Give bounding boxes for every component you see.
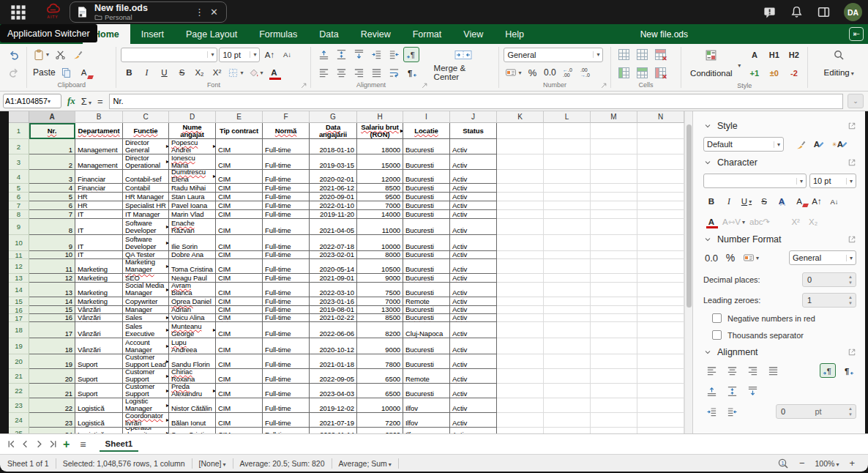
cell-J23[interactable]: Activ (450, 398, 497, 413)
borders-button[interactable] (226, 65, 244, 81)
cell-M24[interactable] (591, 413, 637, 428)
cell-L10[interactable] (544, 235, 591, 251)
cell-F22[interactable]: Full-time (263, 384, 310, 398)
cell-A13[interactable]: 12 (29, 274, 75, 283)
cell-K8[interactable] (497, 210, 544, 219)
cell-J13[interactable]: Activ (450, 274, 497, 283)
style-heading1-button[interactable]: H1 (765, 48, 783, 63)
cell-N4[interactable] (637, 170, 684, 184)
cell-K22[interactable] (497, 384, 544, 398)
cell-E23[interactable]: CIM (216, 398, 263, 413)
cell-N20[interactable] (637, 354, 684, 369)
cell-A1[interactable]: Nr. (29, 123, 75, 139)
cell-B5[interactable]: Financiar (75, 184, 123, 193)
first-sheet-icon[interactable] (6, 439, 17, 450)
cell-M1[interactable] (591, 123, 637, 139)
cell-D9[interactable]: Enache Răzvan (169, 219, 216, 235)
cell-A21[interactable]: 20 (29, 369, 75, 384)
cut-button[interactable] (52, 47, 68, 62)
decimal-places-stepper[interactable]: 0▲▼ (802, 272, 856, 287)
cell-G9[interactable]: 2021-04-05 (310, 219, 357, 235)
character-section-chevron-icon[interactable] (703, 158, 712, 167)
cell-N8[interactable] (637, 210, 684, 219)
cell-H18[interactable]: 8200 (357, 322, 403, 338)
shrink-font-button[interactable]: A↓ (279, 47, 295, 62)
sidebar-font-color-button[interactable]: A (703, 215, 719, 229)
cell-D6[interactable]: Stan Laura (169, 193, 216, 201)
decrease-indent-button[interactable] (386, 47, 402, 62)
cell-D10[interactable]: Ilie Sorin (169, 235, 216, 251)
cell-F24[interactable]: Full-time (263, 413, 310, 428)
sum-icon[interactable]: Σ (81, 96, 91, 107)
cell-L13[interactable] (544, 274, 591, 283)
insert-rows-below-button[interactable] (618, 67, 629, 78)
sidebar-decrease-indent-button[interactable] (724, 404, 740, 419)
undo-button[interactable] (6, 47, 22, 62)
cell-A19[interactable]: 18 (29, 338, 75, 354)
percent-format-button[interactable]: % (524, 65, 540, 81)
cell-I3[interactable]: Bucuresti (403, 154, 450, 170)
collapse-toolbar-button[interactable]: ⇤ (849, 27, 864, 41)
character-spacing-button[interactable]: A⇿V (721, 215, 747, 229)
column-header-C[interactable]: C (123, 111, 169, 123)
cell-N6[interactable] (637, 193, 684, 201)
cell-B13[interactable]: Marketing (75, 274, 123, 283)
cell-F6[interactable]: Full-time (263, 193, 310, 201)
cell-M3[interactable] (591, 154, 637, 170)
cell-J24[interactable]: Activ (450, 413, 497, 428)
cell-G2[interactable]: 2018-01-10 (310, 139, 357, 154)
cell-C19[interactable]: Account Manager▸ (123, 338, 169, 354)
cell-K4[interactable] (497, 170, 544, 184)
cell-L7[interactable] (544, 201, 591, 210)
background-color-button[interactable] (247, 65, 265, 81)
cell-A17[interactable]: 16 (29, 314, 75, 322)
sheet-list-icon[interactable]: ≡ (80, 439, 86, 450)
cell-E7[interactable]: CIM (216, 201, 263, 210)
cell-J9[interactable]: Activ (450, 219, 497, 235)
cell-A16[interactable]: 15 (29, 306, 75, 314)
row-header-9[interactable]: 9 (9, 219, 29, 235)
rotate-text-button[interactable]: abc↷ (748, 215, 771, 229)
cell-M23[interactable] (591, 398, 637, 413)
wrap-text-button[interactable] (386, 65, 402, 81)
cell-J7[interactable]: Activ (450, 201, 497, 210)
find-icon[interactable] (831, 47, 847, 62)
center-vertically-button[interactable] (333, 47, 349, 62)
cell-K17[interactable] (497, 314, 544, 322)
cell-N5[interactable] (637, 184, 684, 193)
cell-C21[interactable]: Customer Support▸ (123, 369, 169, 384)
cell-B6[interactable]: HR (75, 193, 123, 201)
cell-K6[interactable] (497, 193, 544, 201)
menu-tab-page-layout[interactable]: Page Layout (175, 24, 248, 44)
style-select[interactable]: Default▾ (703, 137, 784, 152)
cell-K25[interactable] (497, 428, 544, 433)
cell-F1[interactable]: Normă (263, 123, 310, 139)
sidebar-align-left-button[interactable] (703, 363, 719, 378)
last-sheet-icon[interactable] (48, 439, 59, 450)
cell-G22[interactable]: 2023-04-03 (310, 384, 357, 398)
row-header-4[interactable]: 4 (9, 170, 29, 184)
style-default-button[interactable]: A (745, 48, 763, 63)
column-header-H[interactable]: H (357, 111, 403, 123)
cell-N22[interactable] (637, 384, 684, 398)
editing-menu-button[interactable]: Editing (824, 68, 854, 77)
cell-N3[interactable] (637, 154, 684, 170)
cell-D15[interactable]: Oprea Daniel (169, 297, 216, 306)
delete-columns-button[interactable]: ✕ (655, 67, 666, 78)
cell-H3[interactable]: 15000 (357, 154, 403, 170)
insert-columns-after-button[interactable] (637, 67, 648, 78)
cell-L23[interactable] (544, 398, 591, 413)
cell-N2[interactable] (637, 139, 684, 154)
cell-E9[interactable]: CIM (216, 219, 263, 235)
sidebar-shrink-font-button[interactable]: A↓ (826, 194, 842, 209)
cell-M13[interactable] (591, 274, 637, 283)
cell-F12[interactable]: Full-time (263, 259, 310, 274)
new-style-button[interactable]: ✳A (831, 137, 850, 152)
cell-J3[interactable]: Activ (450, 154, 497, 170)
vertical-scrollbar[interactable] (684, 111, 692, 433)
row-header-2[interactable]: 2 (9, 139, 29, 154)
cell-L4[interactable] (544, 170, 591, 184)
cell-K1[interactable] (497, 123, 544, 139)
cell-G20[interactable]: 2021-01-18 (310, 354, 357, 369)
cell-H22[interactable]: 6500 (357, 384, 403, 398)
